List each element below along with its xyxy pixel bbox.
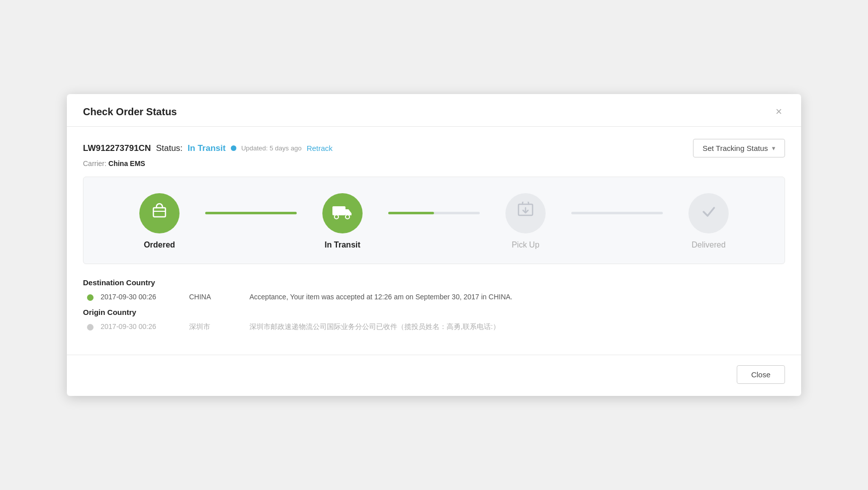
tracking-info-row: LW912273791CN Status: In Transit Updated…: [83, 139, 785, 157]
event-location-destination-0: CHINA: [189, 293, 249, 301]
event-location-origin-0: 深圳市: [189, 322, 249, 332]
connector-1: [205, 212, 297, 214]
delivered-icon: [699, 202, 718, 225]
connector-2: [388, 212, 480, 214]
status-dot: [231, 145, 236, 151]
tracking-number: LW912273791CN: [83, 143, 151, 153]
modal-header: Check Order Status ×: [67, 94, 801, 127]
tracking-status-label: Status:: [156, 143, 183, 153]
step-circle-in-transit: [322, 193, 363, 233]
section-title-destination: Destination Country: [83, 278, 785, 287]
svg-point-4: [345, 215, 350, 219]
tracking-events: Destination Country 2017-09-30 00:26 CHI…: [83, 278, 785, 349]
step-delivered: Delivered: [663, 193, 754, 250]
step-label-in-transit: In Transit: [324, 240, 360, 250]
retrack-button[interactable]: Retrack: [307, 144, 333, 152]
carrier-row: Carrier: China EMS: [83, 159, 785, 168]
step-ordered: Ordered: [114, 193, 205, 250]
carrier-name: China EMS: [109, 159, 145, 168]
event-row-destination-0: 2017-09-30 00:26 CHINA Acceptance, Your …: [83, 293, 785, 301]
modal-footer: Close: [67, 355, 801, 396]
step-circle-pick-up: [505, 193, 546, 233]
section-title-origin: Origin Country: [83, 308, 785, 316]
event-desc-origin-0: 深圳市邮政速递物流公司国际业务分公司已收件（揽投员姓名：高勇,联系电话:）: [249, 322, 785, 332]
svg-rect-0: [153, 208, 165, 217]
progress-track: Ordered: [83, 177, 785, 264]
step-pick-up: Pick Up: [480, 193, 571, 250]
check-order-status-modal: Check Order Status × LW912273791CN Statu…: [67, 94, 801, 396]
event-dot-destination-0: [87, 294, 94, 301]
step-label-ordered: Ordered: [144, 240, 175, 250]
step-in-transit: In Transit: [297, 193, 388, 250]
svg-rect-2: [332, 206, 345, 215]
tracking-info-left: LW912273791CN Status: In Transit Updated…: [83, 143, 332, 153]
close-icon[interactable]: ×: [772, 105, 785, 118]
event-desc-destination-0: Acceptance, Your item was accepted at 12…: [249, 293, 785, 301]
svg-point-3: [334, 215, 338, 219]
carrier-prefix: Carrier:: [83, 159, 107, 168]
modal-title: Check Order Status: [83, 106, 177, 118]
event-datetime-origin-0: 2017-09-30 00:26: [94, 322, 189, 331]
pick-up-icon: [516, 202, 535, 225]
event-dot-origin-0: [87, 324, 94, 331]
set-tracking-status-label: Set Tracking Status: [703, 144, 768, 152]
in-transit-icon: [332, 203, 353, 223]
event-row-origin-0: 2017-09-30 00:26 深圳市 深圳市邮政速递物流公司国际业务分公司已…: [83, 322, 785, 332]
connector-3: [571, 212, 663, 214]
chevron-down-icon: ▾: [772, 144, 775, 152]
updated-text: Updated: 5 days ago: [241, 144, 302, 152]
modal-body: LW912273791CN Status: In Transit Updated…: [67, 127, 801, 349]
step-circle-delivered: [688, 193, 729, 233]
status-text: In Transit: [188, 143, 226, 153]
event-datetime-destination-0: 2017-09-30 00:26: [94, 293, 189, 301]
step-circle-ordered: [139, 193, 180, 233]
close-button[interactable]: Close: [737, 365, 785, 384]
step-label-pick-up: Pick Up: [511, 240, 539, 250]
ordered-icon: [150, 202, 169, 225]
set-tracking-status-button[interactable]: Set Tracking Status ▾: [693, 139, 785, 157]
step-label-delivered: Delivered: [691, 240, 726, 250]
